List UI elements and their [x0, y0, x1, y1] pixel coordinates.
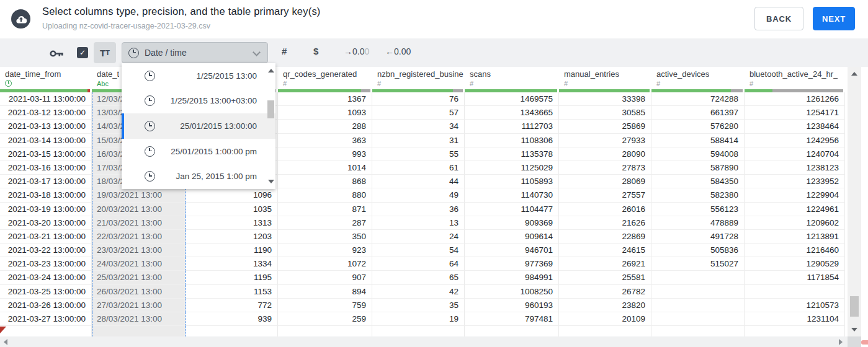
scroll-down-icon[interactable]	[268, 180, 274, 183]
table-cell[interactable]: 31	[372, 134, 465, 147]
table-cell[interactable]: 587890	[651, 161, 745, 175]
table-cell[interactable]: 25581	[559, 271, 651, 284]
vertical-scrollbar-thumb[interactable]	[850, 296, 859, 317]
column-header[interactable]: qr_codes_generated#	[278, 67, 372, 89]
table-cell[interactable]: 57	[372, 106, 465, 120]
date-format-option-selected[interactable]: 25/01/2015 13:00:00	[122, 113, 275, 139]
table-cell[interactable]: 1238123	[745, 161, 845, 175]
table-cell[interactable]: 21626	[559, 216, 651, 230]
table-cell[interactable]: 2021-03-19 13:00:00	[0, 203, 92, 216]
table-cell[interactable]: 960193	[465, 299, 559, 312]
dropdown-scrollbar[interactable]	[266, 64, 275, 188]
table-cell[interactable]: 584350	[651, 175, 745, 188]
table-cell[interactable]: 1254171	[745, 106, 845, 120]
column-header[interactable]: bluetooth_active_24_hr_#	[745, 67, 845, 89]
horizontal-scrollbar-thumb[interactable]	[861, 340, 868, 345]
table-cell[interactable]: 26016	[559, 203, 651, 216]
table-cell[interactable]: 28090	[559, 147, 651, 161]
table-cell[interactable]: 1224961	[745, 203, 845, 216]
table-cell[interactable]: 1343665	[465, 106, 559, 120]
table-cell[interactable]	[372, 326, 465, 336]
table-cell[interactable]: 1231104	[745, 312, 845, 326]
table-cell[interactable]: 2021-03-21 13:00:00	[0, 230, 92, 244]
table-cell[interactable]: 22/03/2021 13:00	[92, 230, 186, 244]
column-header[interactable]: nzbn_registered_busine#	[372, 67, 465, 89]
table-cell[interactable]	[651, 312, 745, 326]
table-cell[interactable]: 1135378	[465, 147, 559, 161]
table-cell[interactable]: 2021-03-23 13:00:00	[0, 257, 92, 271]
table-cell[interactable]: 909369	[465, 216, 559, 230]
table-cell[interactable]: 34	[372, 120, 465, 133]
table-cell[interactable]: 1035	[186, 203, 278, 216]
table-cell[interactable]: 2021-03-27 13:00:00	[0, 312, 92, 326]
table-cell[interactable]: 880	[278, 188, 372, 202]
table-cell[interactable]: 2021-03-15 13:00:00	[0, 147, 92, 161]
table-cell[interactable]: 661397	[651, 106, 745, 120]
table-cell[interactable]: 1367	[278, 92, 372, 106]
table-cell[interactable]: 909614	[465, 230, 559, 244]
table-cell[interactable]: 1190	[186, 244, 278, 257]
table-cell[interactable]: 76	[372, 92, 465, 106]
table-cell[interactable]: 1008250	[465, 285, 559, 299]
table-cell[interactable]: 19/03/2021 13:00	[92, 188, 186, 202]
table-cell[interactable]: 939	[186, 312, 278, 326]
table-cell[interactable]: 2021-03-18 13:00:00	[0, 188, 92, 202]
table-cell[interactable]: 907	[278, 271, 372, 284]
table-cell[interactable]: 350	[278, 230, 372, 244]
table-cell[interactable]: 25/03/2021 13:00	[92, 271, 186, 284]
table-cell[interactable]: 1093	[278, 106, 372, 120]
table-cell[interactable]: 363	[278, 134, 372, 147]
table-cell[interactable]: 1096	[186, 188, 278, 202]
table-cell[interactable]: 1233952	[745, 175, 845, 188]
table-cell[interactable]: 2021-03-16 13:00:00	[0, 161, 92, 175]
table-cell[interactable]	[92, 326, 186, 336]
table-cell[interactable]: 24	[372, 230, 465, 244]
currency-type-button[interactable]: $	[313, 46, 318, 56]
table-cell[interactable]: 1261266	[745, 92, 845, 106]
table-cell[interactable]: 288	[278, 120, 372, 133]
table-cell[interactable]: 23/03/2021 13:00	[92, 244, 186, 257]
number-type-button[interactable]: #	[282, 46, 287, 56]
table-cell[interactable]	[465, 326, 559, 336]
table-cell[interactable]: 20109	[559, 312, 651, 326]
table-cell[interactable]: 28069	[559, 175, 651, 188]
primary-key-icon[interactable]	[50, 49, 64, 60]
table-cell[interactable]: 24/03/2021 13:00	[92, 257, 186, 271]
table-cell[interactable]: 1171854	[745, 271, 845, 284]
table-cell[interactable]: 1108306	[465, 134, 559, 147]
table-cell[interactable]: 576280	[651, 120, 745, 133]
table-cell[interactable]: 946701	[465, 244, 559, 257]
table-cell[interactable]: 1105893	[465, 175, 559, 188]
table-cell[interactable]: 1242956	[745, 134, 845, 147]
date-format-option[interactable]: 25/01/2015 1:00:00 pm	[122, 139, 275, 164]
table-cell[interactable]: 35	[372, 299, 465, 312]
table-cell[interactable]: 1290529	[745, 257, 845, 271]
table-cell[interactable]: 1125029	[465, 161, 559, 175]
dropdown-scrollbar-thumb[interactable]	[267, 100, 274, 118]
table-cell[interactable]: 61	[372, 161, 465, 175]
table-cell[interactable]: 2021-03-11 13:00:00	[0, 92, 92, 106]
table-cell[interactable]: 21/03/2021 13:00	[92, 216, 186, 230]
table-cell[interactable]: 2021-03-25 13:00:00	[0, 285, 92, 299]
table-cell[interactable]: 36	[372, 203, 465, 216]
table-cell[interactable]: 65	[372, 271, 465, 284]
table-cell[interactable]: 1014	[278, 161, 372, 175]
table-cell[interactable]: 44	[372, 175, 465, 188]
table-cell[interactable]: 1153	[186, 285, 278, 299]
table-cell[interactable]: 49	[372, 188, 465, 202]
table-cell[interactable]: 27873	[559, 161, 651, 175]
table-cell[interactable]: 1209602	[745, 216, 845, 230]
table-cell[interactable]: 1216460	[745, 244, 845, 257]
table-cell[interactable]: 2021-03-12 13:00:00	[0, 106, 92, 120]
scroll-right-icon[interactable]	[839, 339, 843, 345]
table-cell[interactable]: 27/03/2021 13:00	[92, 299, 186, 312]
back-button[interactable]: BACK	[754, 7, 803, 30]
table-cell[interactable]: 1072	[278, 257, 372, 271]
table-cell[interactable]: 1229904	[745, 188, 845, 202]
table-cell[interactable]: 582380	[651, 188, 745, 202]
table-cell[interactable]: 1213891	[745, 230, 845, 244]
table-cell[interactable]: 55	[372, 147, 465, 161]
scroll-up-icon[interactable]	[851, 72, 857, 76]
table-cell[interactable]: 993	[278, 147, 372, 161]
table-cell[interactable]: 30585	[559, 106, 651, 120]
